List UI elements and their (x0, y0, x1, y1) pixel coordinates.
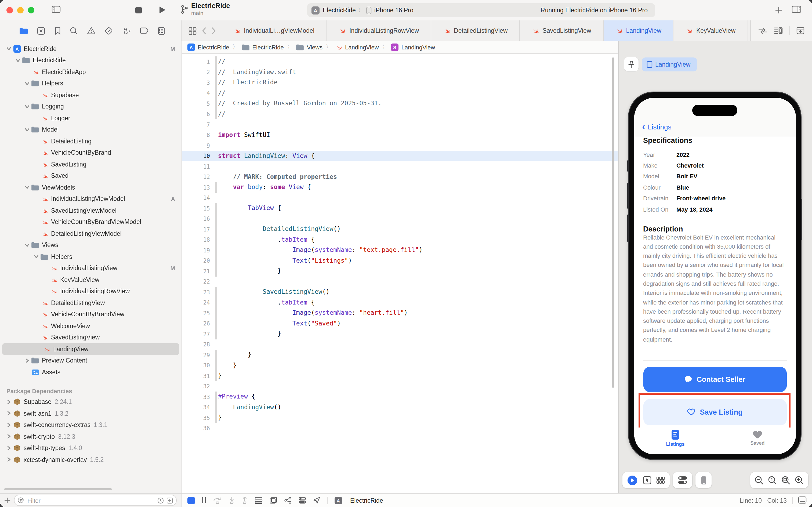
code-line[interactable]: 10struct LandingView: View { (182, 151, 618, 161)
tree-row[interactable]: ElectricRideApp (0, 66, 181, 77)
tree-row[interactable]: AElectricRideM (0, 43, 181, 55)
zoom-out-icon[interactable] (755, 475, 764, 485)
code-line[interactable]: 27 } (182, 329, 618, 339)
source-editor[interactable]: 1//2// LandingView.swift3// ElectricRide… (182, 54, 618, 494)
tree-row[interactable]: WelcomeView (0, 320, 181, 332)
code-line[interactable]: 29 } (182, 350, 618, 360)
code-line[interactable]: 12 // MARK: Computed properties (182, 172, 618, 182)
tree-row[interactable]: ViewModels (0, 181, 181, 193)
package-row[interactable]: swift-http-types1.4.0 (0, 442, 181, 454)
code-line[interactable]: 18 .tabItem { (182, 234, 618, 245)
code-line[interactable]: 7 (182, 119, 618, 130)
step-out-icon[interactable] (242, 497, 247, 504)
tree-row[interactable]: Helpers (0, 251, 181, 262)
editor-tab[interactable]: KeyValueView (674, 20, 748, 41)
breakpoints-navigator-icon[interactable] (140, 27, 149, 34)
tree-row[interactable]: Preview Content (0, 355, 181, 366)
code-line[interactable]: 22 (182, 276, 618, 287)
add-editor-icon[interactable] (797, 27, 805, 35)
editor-tab[interactable]: IndividualListingRowView (327, 20, 431, 41)
phone-tab-saved[interactable]: Saved (736, 430, 779, 446)
breadcrumb-item[interactable]: ElectricRide (241, 44, 284, 50)
source-control-navigator-icon[interactable] (37, 26, 45, 35)
back-icon[interactable] (202, 27, 206, 34)
code-line[interactable]: 4// (182, 88, 618, 98)
breadcrumb-item[interactable]: LandingView (335, 43, 379, 51)
scheme-device-name[interactable]: iPhone 16 Pro (374, 7, 413, 13)
add-tab-icon[interactable] (775, 6, 782, 14)
code-line[interactable]: 25 Image(systemName: "heart.fill") (182, 308, 618, 318)
tree-row[interactable]: LandingView (2, 343, 179, 355)
tree-row[interactable]: SavedListing (0, 158, 181, 170)
zoom-fit-icon[interactable] (781, 475, 791, 485)
code-line[interactable]: 19 Image(systemName: "text.page.fill") (182, 245, 618, 256)
tree-row[interactable]: Model (0, 124, 181, 135)
code-line[interactable]: 20 Text("Listings") (182, 256, 618, 266)
tree-row[interactable]: SavedListingViewModel (0, 205, 181, 216)
code-line[interactable]: 36 (182, 423, 618, 434)
code-line[interactable]: 14 (182, 192, 618, 203)
tree-row[interactable]: DetailedListingView (0, 297, 181, 308)
tree-row[interactable]: Saved (0, 170, 181, 181)
pause-debug-icon[interactable] (202, 497, 206, 504)
zoom-100-icon[interactable] (768, 475, 777, 485)
code-line[interactable]: 5// Created by Russell Gordon on 2025-05… (182, 98, 618, 109)
code-line[interactable]: 16 (182, 214, 618, 224)
scheme-app-name[interactable]: ElectricRide (323, 7, 356, 13)
disclosure-chevron-icon[interactable] (5, 434, 12, 439)
tree-row[interactable]: VehicleCountByBrandViewModel (0, 216, 181, 228)
toggle-left-sidebar-icon[interactable] (52, 5, 61, 13)
reports-navigator-icon[interactable] (158, 26, 165, 35)
tree-row[interactable]: VehicleCountByBrand (0, 147, 181, 158)
memory-graph-icon[interactable] (270, 497, 277, 504)
code-line[interactable]: 3// ElectricRide (182, 77, 618, 88)
variants-button[interactable] (656, 476, 665, 484)
related-items-icon[interactable] (188, 26, 196, 35)
code-line[interactable]: 30 } (182, 360, 618, 371)
forward-icon[interactable] (212, 27, 216, 34)
source-control-filter-icon[interactable] (167, 497, 173, 504)
code-line[interactable]: 23 SavedListingView() (182, 287, 618, 297)
contact-seller-button[interactable]: Contact Seller (643, 367, 787, 392)
network-debug-icon[interactable] (284, 497, 292, 504)
breakpoints-toggle-icon[interactable] (187, 497, 195, 504)
tree-row[interactable]: Assets (0, 366, 181, 378)
disclosure-chevron-icon[interactable] (23, 243, 31, 247)
package-row[interactable]: xctest-dynamic-overlay1.5.2 (0, 454, 181, 465)
editor-tab[interactable]: DetailedListingView (431, 20, 520, 41)
window-close-button[interactable] (6, 7, 13, 13)
disclosure-chevron-icon[interactable] (5, 411, 12, 416)
stop-button[interactable] (135, 7, 142, 13)
project-navigator-icon[interactable] (19, 27, 28, 34)
selectable-mode-button[interactable] (643, 476, 651, 485)
breadcrumb-item[interactable]: SLandingView (391, 43, 435, 51)
find-navigator-icon[interactable] (70, 26, 78, 35)
window-minimize-button[interactable] (17, 7, 23, 13)
disclosure-chevron-icon[interactable] (23, 81, 31, 86)
add-file-icon[interactable] (4, 497, 10, 503)
scheme-selector[interactable]: A ElectricRide 〉 iPhone 16 Pro Running E… (307, 3, 655, 17)
code-line[interactable]: 21 } (182, 266, 618, 276)
tree-row[interactable]: IndividualListingRowView (0, 285, 181, 297)
code-line[interactable]: 24 .tabItem { (182, 297, 618, 308)
pin-preview-button[interactable] (624, 57, 639, 71)
recent-files-icon[interactable] (157, 497, 164, 504)
code-line[interactable]: 34 LandingView() (182, 402, 618, 412)
zoom-in-icon[interactable] (795, 475, 804, 485)
editor-scrollbar[interactable] (612, 57, 615, 388)
tree-row[interactable]: Supabase (0, 89, 181, 101)
code-line[interactable]: 26 Text("Saved") (182, 318, 618, 329)
device-settings-button[interactable] (673, 472, 692, 488)
code-line[interactable]: 31} (182, 371, 618, 381)
disclosure-chevron-icon[interactable] (5, 446, 12, 451)
environment-overrides-icon[interactable] (299, 497, 306, 504)
breadcrumb-item[interactable]: Views (296, 44, 323, 50)
tree-row[interactable]: IndividualListingViewModelA (0, 193, 181, 205)
code-line[interactable]: 35} (182, 412, 618, 423)
tree-row[interactable]: Views (0, 239, 181, 251)
toggle-debug-area-icon[interactable] (798, 496, 807, 504)
live-preview-button[interactable] (628, 475, 638, 485)
disclosure-chevron-icon[interactable] (23, 185, 31, 190)
code-line[interactable]: 32 (182, 381, 618, 392)
window-zoom-button[interactable] (28, 7, 35, 13)
